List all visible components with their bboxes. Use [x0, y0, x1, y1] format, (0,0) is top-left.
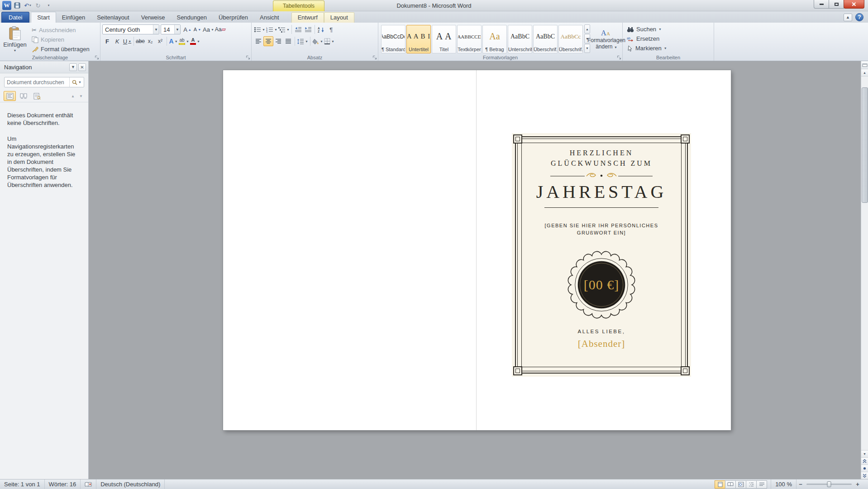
ruler-toggle-button[interactable] [861, 61, 868, 69]
style-item-titel[interactable]: A A Titel [432, 25, 456, 53]
font-size-combo[interactable]: 14 ▼ [161, 24, 181, 34]
zoom-slider[interactable] [806, 484, 852, 485]
zoom-in-button[interactable]: + [854, 481, 862, 488]
paragraph-dialog-launcher[interactable] [372, 55, 377, 60]
tab-datei[interactable]: Datei [1, 12, 29, 23]
navigation-pane-menu-button[interactable]: ▼ [69, 63, 77, 71]
tab-sendungen[interactable]: Sendungen [171, 13, 213, 23]
increase-indent-button[interactable] [303, 24, 313, 34]
card-amount-placeholder[interactable]: [00 €] [566, 249, 637, 321]
style-item-standard[interactable]: AaBbCcDc ¶ Standard [381, 25, 405, 53]
nav-tab-pages[interactable] [17, 91, 29, 101]
card-sender-placeholder[interactable]: [Absender] [512, 338, 691, 350]
tab-entwurf[interactable]: Entwurf [291, 12, 324, 23]
italic-button[interactable]: K [112, 36, 122, 46]
web-layout-view-button[interactable] [735, 480, 746, 489]
superscript-button[interactable]: x² [155, 36, 165, 46]
spellcheck-indicator[interactable] [81, 479, 96, 489]
navigation-search-input[interactable] [5, 79, 69, 86]
find-button[interactable]: Suchen ▼ [625, 24, 712, 34]
bold-button[interactable]: F [102, 36, 112, 46]
previous-heading-button[interactable]: ▲ [69, 92, 76, 100]
nav-tab-headings[interactable] [4, 91, 16, 101]
outline-view-button[interactable] [746, 480, 757, 489]
style-item-untertitel[interactable]: A A B I Untertitel [406, 25, 431, 53]
shrink-font-button[interactable]: A▼ [192, 24, 202, 34]
tab-start[interactable]: Start [31, 12, 56, 23]
copy-button[interactable]: Kopieren [30, 35, 91, 44]
maximize-window-button[interactable] [829, 0, 844, 9]
sort-button[interactable]: AZ [316, 24, 326, 34]
minimize-ribbon-button[interactable]: ▲ [844, 14, 852, 21]
browse-object-button[interactable] [861, 465, 868, 472]
help-button[interactable]: ? [855, 13, 863, 21]
strikethrough-button[interactable]: abe [135, 36, 145, 46]
zoom-level-indicator[interactable]: 100 % [771, 479, 796, 489]
previous-page-button[interactable] [861, 457, 868, 465]
next-page-button[interactable] [861, 472, 868, 479]
close-window-button[interactable]: ✕ [844, 0, 864, 9]
tab-ansicht[interactable]: Ansicht [254, 13, 285, 23]
clipboard-dialog-launcher[interactable] [95, 55, 99, 60]
numbering-button[interactable]: 1.2.3. ▼ [266, 24, 278, 34]
align-center-button[interactable] [263, 36, 273, 46]
word-count-indicator[interactable]: Wörter: 16 [45, 479, 81, 489]
font-dialog-launcher[interactable] [246, 55, 250, 60]
navigation-search-button[interactable]: ▼ [69, 77, 84, 87]
style-item-unterschrift[interactable]: AaBbC Unterschrift [508, 25, 532, 53]
document-page[interactable]: HERZLICHEN GLÜCKWUNSCH ZUM JAHRESTAG [GE… [223, 70, 731, 430]
format-painter-button[interactable]: Format übertragen [30, 44, 91, 53]
text-effects-button[interactable]: A▼ [168, 36, 178, 46]
styles-scroll-up-button[interactable]: ▲ [584, 24, 590, 34]
paste-button[interactable]: Einfügen ▼ [2, 24, 28, 53]
multilevel-list-button[interactable]: ▼ [278, 24, 290, 34]
bullets-button[interactable]: ▼ [253, 24, 266, 34]
font-color-button[interactable]: A▼ [190, 36, 200, 46]
navigation-pane-close-button[interactable]: ✕ [78, 63, 86, 71]
subscript-button[interactable]: x₂ [145, 36, 155, 46]
select-button[interactable]: Markieren ▼ [625, 43, 712, 53]
zoom-slider-thumb[interactable] [827, 481, 831, 487]
decrease-indent-button[interactable] [293, 24, 303, 34]
tab-verweise[interactable]: Verweise [135, 13, 171, 23]
change-case-button[interactable]: Aa▼ [202, 24, 215, 34]
cut-button[interactable]: ✂ Ausschneiden [30, 25, 91, 34]
print-layout-view-button[interactable] [715, 480, 725, 489]
tab-seitenlayout[interactable]: Seitenlayout [91, 13, 135, 23]
highlight-color-button[interactable]: ab▼ [178, 36, 190, 46]
fullscreen-reading-view-button[interactable] [725, 480, 736, 489]
font-name-combo[interactable]: Century Goth ▼ [102, 24, 159, 34]
align-right-button[interactable] [273, 36, 283, 46]
language-indicator[interactable]: Deutsch (Deutschland) [96, 479, 165, 489]
borders-button[interactable]: ▼ [324, 36, 335, 46]
shading-button[interactable]: ▼ [312, 36, 324, 46]
styles-more-button[interactable]: ▼ [584, 44, 590, 53]
next-heading-button[interactable]: ▼ [77, 92, 85, 100]
nav-tab-results[interactable] [31, 91, 43, 101]
clear-formatting-button[interactable]: Aa [215, 24, 226, 34]
justify-button[interactable] [283, 36, 293, 46]
card-greeting-placeholder[interactable]: [GEBEN SIE HIER IHR PERSÖNLICHES GRUßWOR… [512, 222, 691, 236]
style-item-betrag[interactable]: Aa ¶ Betrag [482, 25, 507, 53]
style-item-ueberschrift1[interactable]: AaBbC Überschrif... [533, 25, 558, 53]
change-styles-button[interactable]: AA Formatvorlagen ändern ▼ [592, 24, 621, 53]
grow-font-button[interactable]: A▲ [182, 24, 192, 34]
zoom-out-button[interactable]: − [796, 481, 805, 488]
tab-ueberpruefen[interactable]: Überprüfen [213, 13, 254, 23]
style-item-textkoerper[interactable]: AABBCCD Textkörper [457, 25, 482, 53]
styles-dialog-launcher[interactable] [617, 55, 621, 60]
underline-button[interactable]: U▼ [122, 36, 132, 46]
show-paragraph-marks-button[interactable]: ¶ [326, 24, 336, 34]
align-left-button[interactable] [253, 36, 263, 46]
page-count-indicator[interactable]: Seite: 1 von 1 [0, 479, 45, 489]
tab-layout[interactable]: Layout [324, 12, 354, 23]
replace-button[interactable]: ab Ersetzen [625, 34, 712, 43]
style-item-ueberschrift2[interactable]: AaBbCc Überschrif... [558, 25, 583, 53]
tab-einfuegen[interactable]: Einfügen [56, 13, 91, 23]
scroll-down-button[interactable]: ▼ [861, 450, 868, 457]
draft-view-button[interactable] [756, 480, 767, 489]
line-spacing-button[interactable]: ▼ [296, 36, 309, 46]
minimize-window-button[interactable] [814, 0, 829, 9]
scrollbar-thumb[interactable] [862, 87, 868, 203]
scroll-up-button[interactable]: ▲ [861, 69, 868, 77]
